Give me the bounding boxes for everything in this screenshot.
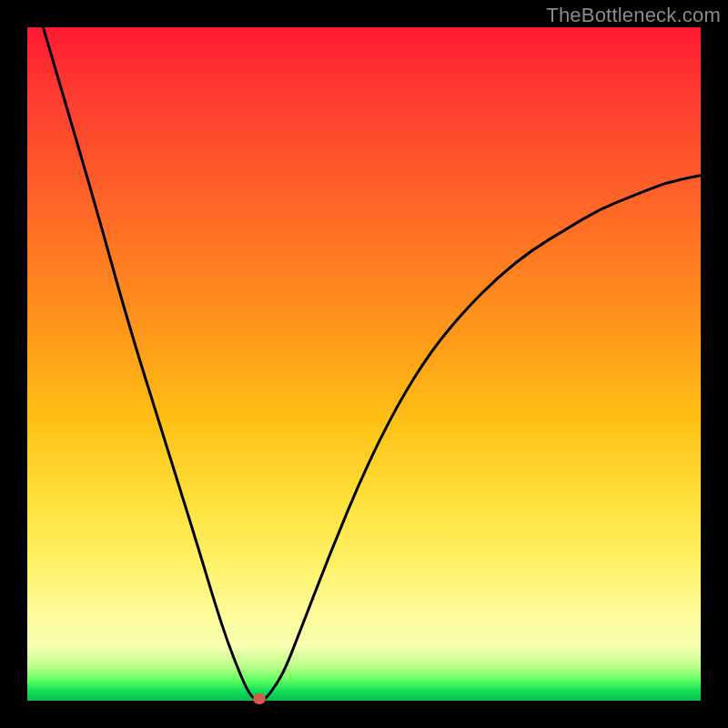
plot-area bbox=[27, 27, 701, 701]
chart-frame: TheBottleneck.com bbox=[0, 0, 728, 728]
watermark-text: TheBottleneck.com bbox=[546, 4, 721, 27]
minimum-marker-dot bbox=[253, 693, 266, 704]
bottleneck-curve bbox=[27, 27, 701, 701]
